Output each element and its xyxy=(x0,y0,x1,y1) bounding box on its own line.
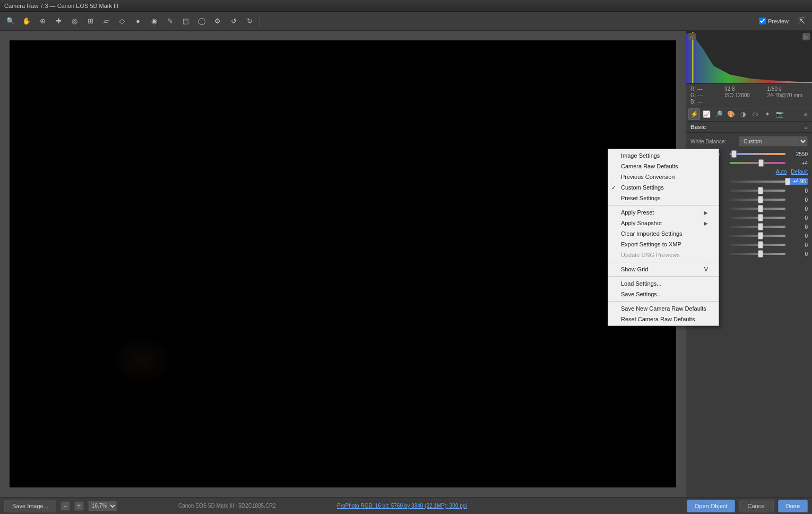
radial-filter-tool[interactable]: ◯ xyxy=(194,14,209,28)
menu-item-camera-raw-defaults[interactable]: Camera Raw Defaults xyxy=(608,161,719,172)
fullscreen-btn[interactable]: ⇱ xyxy=(794,14,809,28)
blacks-thumb[interactable] xyxy=(758,223,763,230)
preview-label[interactable]: Preview xyxy=(768,18,789,24)
graduated-filter-tool[interactable]: ▤ xyxy=(178,14,193,28)
highlights-bg xyxy=(730,199,785,201)
menu-item-save-new-camera-raw-defaults[interactable]: Save New Camera Raw Defaults xyxy=(608,303,719,314)
histogram-right-btn[interactable]: ▷ xyxy=(802,33,810,40)
menu-item-export-settings-xmp[interactable]: Export Settings to XMP xyxy=(608,239,719,250)
temperature-value: 2550 xyxy=(788,151,808,157)
save-image-btn[interactable]: Save Image... xyxy=(4,500,56,512)
panel-expand-btn[interactable]: ≡ xyxy=(801,108,810,120)
adjustment-brush-tool[interactable]: ✎ xyxy=(162,14,177,28)
exposure-track xyxy=(730,178,785,185)
cancel-btn[interactable]: Cancel xyxy=(739,500,773,512)
menu-item-arrow-apply-preset: ▶ xyxy=(704,210,708,216)
shadows-thumb[interactable] xyxy=(758,205,763,212)
spot-removal-tool[interactable]: ● xyxy=(131,14,145,28)
toolbar-sep-1 xyxy=(260,16,260,27)
clarity-value: 0 xyxy=(788,233,808,239)
preferences-tool[interactable]: ⚙ xyxy=(210,14,225,28)
whites-thumb[interactable] xyxy=(758,214,763,221)
color-info[interactable]: ProPhoto RGB; 16 bit; 5760 by 3840 (22.1… xyxy=(337,503,467,509)
auto-btn[interactable]: Auto xyxy=(776,169,787,175)
hsl-tab[interactable]: 🎨 xyxy=(725,108,737,120)
camera-calibration-tab[interactable]: 📷 xyxy=(774,108,785,120)
targeted-adjustment-tool[interactable]: ◎ xyxy=(67,14,82,28)
histogram-chart xyxy=(686,31,812,83)
menu-item-reset-camera-raw-defaults[interactable]: Reset Camera Raw Defaults xyxy=(608,314,719,324)
transform-tool[interactable]: ◇ xyxy=(115,14,129,28)
rotate-cw-tool[interactable]: ↻ xyxy=(242,14,257,28)
blacks-bg xyxy=(730,226,785,228)
menu-item-label-save-settings: Save Settings... xyxy=(621,291,662,297)
menu-item-image-settings[interactable]: Image Settings xyxy=(608,150,719,161)
menu-item-label-save-new-camera-raw-defaults: Save New Camera Raw Defaults xyxy=(621,305,706,312)
menu-item-arrow-apply-snapshot: ▶ xyxy=(704,220,708,226)
saturation-value: 0 xyxy=(788,251,808,257)
contrast-thumb[interactable] xyxy=(758,187,763,194)
wb-select[interactable]: Custom As Shot Auto Daylight Cloudy Shad… xyxy=(739,136,808,147)
default-btn[interactable]: Default xyxy=(791,169,808,175)
menu-item-save-settings[interactable]: Save Settings... xyxy=(608,289,719,299)
tint-bg xyxy=(730,162,785,164)
context-menu: Image SettingsCamera Raw DefaultsPreviou… xyxy=(608,149,719,326)
menu-item-label-apply-snapshot: Apply Snapshot xyxy=(621,220,662,226)
hand-tool[interactable]: ✋ xyxy=(19,14,34,28)
zoom-select[interactable]: 16.7% 25% 33% 50% 100% xyxy=(88,501,117,511)
basic-tab[interactable]: ⚡ xyxy=(688,108,700,120)
detail-tab[interactable]: 🔎 xyxy=(713,108,724,120)
preview-checkbox[interactable] xyxy=(759,18,766,24)
white-balance-tool[interactable]: ⊕ xyxy=(35,14,50,28)
toolbar-tools: 🔍✋⊕✚◎⊞▱◇●◉✎▤◯⚙↺↻ xyxy=(3,14,257,28)
rgb-g: G: --- xyxy=(690,92,722,98)
zoom-tool[interactable]: 🔍 xyxy=(3,14,18,28)
zoom-minus-btn[interactable]: − xyxy=(61,501,70,511)
menu-item-previous-conversion[interactable]: Previous Conversion xyxy=(608,172,719,182)
menu-item-clear-imported-settings[interactable]: Clear Imported Settings xyxy=(608,228,719,239)
lens-corrections-tab[interactable]: ⬭ xyxy=(749,108,761,120)
menu-item-label-image-settings: Image Settings xyxy=(621,152,660,159)
rotate-ccw-tool[interactable]: ↺ xyxy=(226,14,241,28)
menu-item-label-export-settings-xmp: Export Settings to XMP xyxy=(621,241,681,247)
menu-item-label-preset-settings: Preset Settings xyxy=(621,195,661,201)
color-sampler-tool[interactable]: ✚ xyxy=(51,14,66,28)
panel-menu-btn[interactable]: ≡ xyxy=(805,124,808,130)
menu-item-custom-settings[interactable]: Custom Settings xyxy=(608,182,719,193)
tint-thumb[interactable] xyxy=(758,159,764,167)
straighten-tool[interactable]: ▱ xyxy=(99,14,114,28)
menu-item-label-clear-imported-settings: Clear Imported Settings xyxy=(621,230,683,237)
image-panel xyxy=(0,31,686,497)
shutter: 1/80 s xyxy=(767,86,808,92)
temperature-thumb[interactable] xyxy=(731,150,737,158)
red-eye-tool[interactable]: ◉ xyxy=(146,14,161,28)
exposure-thumb[interactable] xyxy=(785,178,790,185)
saturation-track xyxy=(730,251,785,257)
vibrance-bg xyxy=(730,244,785,246)
menu-item-label-camera-raw-defaults: Camera Raw Defaults xyxy=(621,163,678,169)
menu-item-load-settings[interactable]: Load Settings... xyxy=(608,278,719,289)
vibrance-thumb[interactable] xyxy=(758,241,763,249)
vibrance-value: 0 xyxy=(788,242,808,248)
saturation-thumb[interactable] xyxy=(758,250,763,258)
menu-item-show-grid[interactable]: Show GridV xyxy=(608,264,719,275)
basic-panel-title: Basic xyxy=(690,124,706,130)
zoom-plus-btn[interactable]: + xyxy=(74,501,84,511)
title-text: Camera Raw 7.3 — Canon EOS 5D Mark III xyxy=(4,3,118,9)
menu-item-apply-snapshot[interactable]: Apply Snapshot▶ xyxy=(608,218,719,228)
tone-curve-tab[interactable]: 📈 xyxy=(701,108,712,120)
menu-item-apply-preset[interactable]: Apply Preset▶ xyxy=(608,207,719,218)
highlights-thumb[interactable] xyxy=(758,196,763,203)
histogram-left-btn[interactable]: ◁ xyxy=(688,33,696,40)
crop-tool[interactable]: ⊞ xyxy=(83,14,98,28)
clarity-thumb[interactable] xyxy=(758,232,763,239)
contrast-value: 0 xyxy=(788,188,808,194)
done-btn[interactable]: Done xyxy=(778,500,808,512)
menu-item-label-show-grid: Show Grid xyxy=(621,266,648,272)
menu-item-shortcut-show-grid: V xyxy=(704,266,708,272)
fx-tab[interactable]: ✦ xyxy=(762,108,773,120)
split-toning-tab[interactable]: ◑ xyxy=(737,108,749,120)
open-object-btn[interactable]: Open Object xyxy=(687,500,736,512)
main-window: 🔍✋⊕✚◎⊞▱◇●◉✎▤◯⚙↺↻ Preview ⇱ ◁ ▷ xyxy=(0,12,812,514)
menu-item-preset-settings[interactable]: Preset Settings xyxy=(608,193,719,203)
